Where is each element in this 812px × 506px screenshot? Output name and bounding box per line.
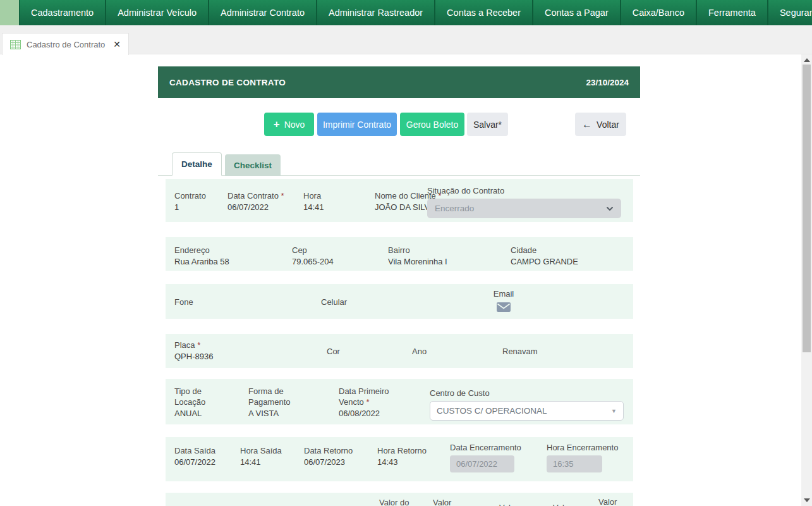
email-label: Email bbox=[485, 288, 523, 299]
scroll-down-icon[interactable] bbox=[804, 498, 810, 502]
contrato-value: 1 bbox=[174, 202, 206, 213]
scrollbar-thumb[interactable] bbox=[803, 65, 811, 352]
centro-custo-select[interactable]: CUSTOS C/ OPERACIONAL ▼ bbox=[430, 401, 624, 421]
ano-field: Ano bbox=[412, 346, 427, 357]
data-contrato-value: 06/07/2022 bbox=[227, 202, 284, 213]
email-field: Email bbox=[485, 288, 523, 314]
nav-item-contas-a-receber[interactable]: Contas a Receber bbox=[435, 0, 533, 25]
hora-value: 14:41 bbox=[303, 202, 324, 213]
ano-label: Ano bbox=[412, 346, 427, 357]
page-title: CADASTRO DE CONTRATO bbox=[169, 78, 286, 87]
data-contrato-label: Data Contrato * bbox=[227, 190, 284, 201]
tab-checklist[interactable]: Checklist bbox=[225, 154, 281, 176]
data-primeiro-vencto-field: Data Primeiro Vencto * 06/08/2022 bbox=[339, 386, 402, 419]
fone-field: Fone bbox=[174, 297, 193, 307]
caret-down-icon: ▼ bbox=[611, 408, 617, 414]
nav-item-caixa-banco[interactable]: Caixa/Banco bbox=[621, 0, 697, 25]
imprimir-contrato-button[interactable]: Imprimir Contrato bbox=[317, 113, 397, 136]
envelope-icon[interactable] bbox=[497, 302, 511, 314]
valor-label-2-text: Valor bbox=[499, 502, 537, 506]
hora-encerramento-label: Hora Encerramento bbox=[547, 442, 618, 453]
form-row-dates: Data Saída 06/07/2022 Hora Saída 14:41 D… bbox=[166, 437, 633, 481]
cidade-value: CAMPO GRANDE bbox=[511, 256, 578, 267]
hora-saida-value: 14:41 bbox=[240, 457, 282, 467]
panel-header: CADASTRO DE CONTRATO 23/10/2024 bbox=[158, 66, 640, 98]
nav-item-cadastramento[interactable]: Cadastramento bbox=[19, 0, 106, 25]
data-retorno-field: Data Retorno 06/07/2023 bbox=[304, 445, 353, 467]
novo-button[interactable]: + Novo bbox=[264, 113, 314, 136]
nav-item-contas-a-pagar[interactable]: Contas a Pagar bbox=[533, 0, 621, 25]
chevron-down-icon bbox=[606, 205, 614, 213]
tab-detalhe[interactable]: Detalhe bbox=[172, 152, 222, 176]
centro-custo-field: Centro de Custo CUSTOS C/ OPERACIONAL ▼ bbox=[430, 388, 624, 421]
cidade-label: Cidade bbox=[511, 245, 578, 256]
valor-label-4-text: Valor bbox=[598, 497, 636, 506]
page-tab-cadastro-de-contrato[interactable]: Cadastro de Contrato ✕ bbox=[2, 33, 129, 55]
valor-label-3: Valor bbox=[553, 502, 591, 506]
screen: Cadastramento Administrar Veículo Admini… bbox=[0, 0, 812, 506]
centro-custo-label: Centro de Custo bbox=[430, 388, 624, 398]
nav-item-administrar-veiculo[interactable]: Administrar Veículo bbox=[106, 0, 209, 25]
form-row-contract: Contrato 1 Data Contrato * 06/07/2022 Ho… bbox=[166, 179, 633, 222]
situacao-label: Situação do Contrato bbox=[427, 185, 621, 196]
detail-tabs: Detalhe Checklist bbox=[158, 152, 640, 176]
header-date: 23/10/2024 bbox=[586, 78, 629, 87]
data-encerramento-input[interactable]: 06/07/2022 bbox=[450, 455, 514, 472]
valor-do-label: Valor do bbox=[379, 497, 423, 506]
valor-label-2: Valor bbox=[499, 502, 537, 506]
hora-encerramento-field: Hora Encerramento 16:35 bbox=[547, 442, 618, 472]
hora-saida-label: Hora Saída bbox=[240, 445, 282, 456]
menu-bar: Cadastramento Administrar Veículo Admini… bbox=[19, 0, 812, 25]
data-primeiro-vencto-label: Data Primeiro Vencto * bbox=[339, 386, 402, 407]
data-saida-label: Data Saída bbox=[174, 445, 215, 456]
hora-encerramento-input[interactable]: 16:35 bbox=[547, 455, 602, 472]
required-asterisk: * bbox=[281, 191, 284, 201]
top-navbar: Cadastramento Administrar Veículo Admini… bbox=[0, 0, 812, 25]
forma-pagamento-field: Forma de Pagamento A VISTA bbox=[248, 386, 299, 419]
bairro-field: Bairro Vila Moreninha I bbox=[388, 245, 447, 267]
data-encerramento-label: Data Encerramento bbox=[450, 442, 521, 453]
hora-retorno-field: Hora Retorno 14:43 bbox=[377, 445, 427, 467]
data-encerramento-field: Data Encerramento 06/07/2022 bbox=[450, 442, 521, 472]
novo-button-label: Novo bbox=[284, 120, 305, 130]
renavam-field: Renavam bbox=[502, 346, 538, 357]
arrow-left-icon: ← bbox=[582, 120, 592, 130]
salvar-button[interactable]: Salvar* bbox=[467, 113, 508, 136]
placa-label: Placa * bbox=[174, 340, 213, 350]
table-grid-icon bbox=[10, 40, 21, 49]
situacao-select[interactable]: Encerrado bbox=[427, 199, 621, 218]
form-row-address: Endereço Rua Arariba 58 Cep 79.065-204 B… bbox=[166, 237, 633, 271]
fone-label: Fone bbox=[174, 297, 193, 307]
form-row-values-partial: Valor do Valor Valor Valor Valor bbox=[166, 493, 633, 506]
contrato-label: Contrato bbox=[174, 190, 206, 201]
required-asterisk: * bbox=[366, 397, 369, 407]
voltar-button[interactable]: ← Voltar bbox=[575, 113, 626, 136]
placa-label-text: Placa bbox=[174, 340, 195, 350]
close-icon[interactable]: ✕ bbox=[113, 39, 121, 49]
nav-item-administrar-contrato[interactable]: Administrar Contrato bbox=[209, 0, 317, 25]
hora-retorno-value: 14:43 bbox=[377, 457, 427, 467]
gerou-boleto-button[interactable]: Gerou Boleto bbox=[400, 113, 464, 136]
nav-item-ferramenta[interactable]: Ferramenta bbox=[697, 0, 768, 25]
nav-item-seguranca[interactable]: Segurança bbox=[768, 0, 812, 25]
endereco-label: Endereço bbox=[174, 245, 229, 256]
hora-saida-field: Hora Saída 14:41 bbox=[240, 445, 282, 467]
celular-label: Celular bbox=[321, 297, 347, 307]
renavam-label: Renavam bbox=[502, 346, 538, 357]
scroll-up-icon[interactable] bbox=[804, 58, 810, 62]
bairro-value: Vila Moreninha I bbox=[388, 256, 447, 267]
required-asterisk: * bbox=[197, 340, 200, 350]
data-primeiro-vencto-label-text: Data Primeiro Vencto bbox=[339, 386, 389, 407]
tipo-locacao-value: ANUAL bbox=[174, 408, 214, 419]
voltar-label: Voltar bbox=[597, 120, 619, 130]
vertical-scrollbar[interactable] bbox=[801, 54, 812, 506]
data-retorno-label: Data Retorno bbox=[304, 445, 353, 456]
celular-field: Celular bbox=[321, 297, 347, 307]
data-contrato-field: Data Contrato * 06/07/2022 bbox=[227, 190, 284, 213]
data-retorno-value: 06/07/2023 bbox=[304, 457, 353, 467]
cep-value: 79.065-204 bbox=[292, 256, 334, 267]
data-contrato-label-text: Data Contrato bbox=[227, 191, 279, 201]
forma-pagamento-value: A VISTA bbox=[248, 408, 299, 419]
situacao-selected-value: Encerrado bbox=[435, 204, 474, 213]
nav-item-administrar-rastreador[interactable]: Administrar Rastreador bbox=[317, 0, 435, 25]
